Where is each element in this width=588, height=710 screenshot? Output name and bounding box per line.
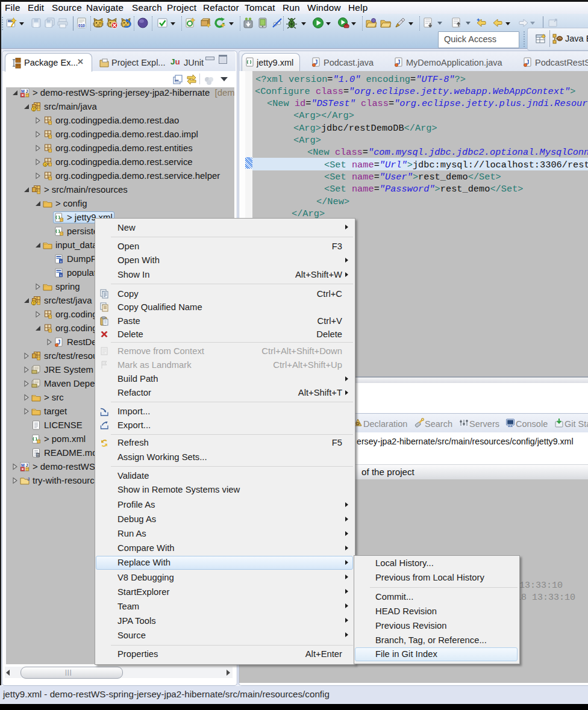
svg-text:010: 010 <box>78 23 85 28</box>
svg-text:M: M <box>21 463 25 467</box>
svg-text:☰: ☰ <box>37 453 40 457</box>
svg-text:D: D <box>356 421 360 426</box>
svg-text:!: ! <box>33 301 34 305</box>
svg-text:!: ! <box>45 163 46 167</box>
svg-text:M: M <box>21 89 25 93</box>
svg-text:J: J <box>26 463 28 467</box>
svg-text:!: ! <box>33 107 34 111</box>
svg-text:J: J <box>26 89 28 93</box>
svg-text:J: J <box>27 476 30 482</box>
